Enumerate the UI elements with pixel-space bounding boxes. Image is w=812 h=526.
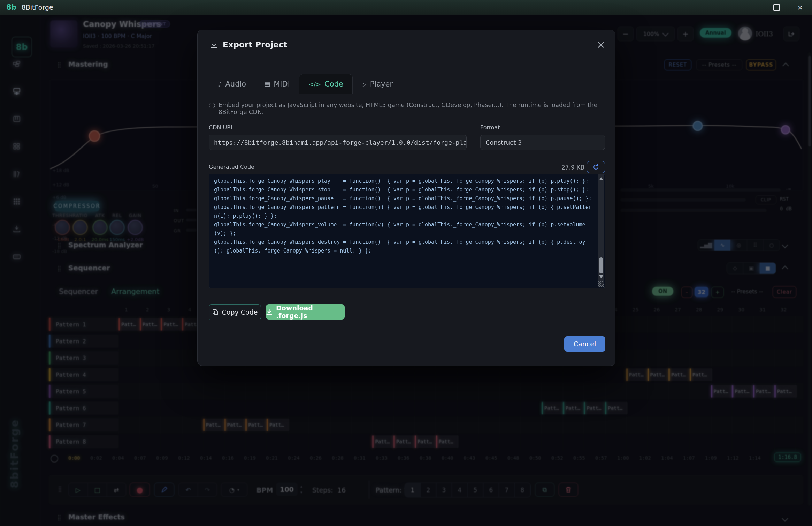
pattern-clip[interactable]: Patt… [436, 435, 459, 448]
cancel-button[interactable]: Cancel [564, 336, 605, 352]
tab-sequencer[interactable]: Sequencer [59, 287, 98, 296]
bpm-input[interactable]: 100 [276, 483, 298, 496]
clip-button[interactable]: CLIP [756, 195, 776, 204]
edit-button[interactable] [154, 483, 174, 497]
steps-value[interactable]: 16 [337, 486, 346, 494]
close-window-button[interactable]: × [788, 0, 812, 15]
knob-dial[interactable] [55, 220, 70, 235]
knob-dial[interactable] [109, 220, 125, 235]
seg-option[interactable]: ◎ [731, 240, 747, 251]
zoom-level-dropdown[interactable]: 100% [636, 27, 675, 41]
pattern-row-label[interactable]: Pattern 1 [49, 318, 118, 331]
sequencer-presets-dropdown[interactable]: -- Presets -- [731, 288, 763, 295]
code-scrollbar[interactable] [598, 174, 604, 287]
seg-option[interactable]: ∿ [714, 240, 731, 251]
mixer-slider[interactable] [620, 198, 746, 202]
tab-audio[interactable]: ♪Audio [209, 74, 255, 94]
pattern-clip[interactable]: Patt… [393, 435, 416, 448]
knob-thresh[interactable]: THRESH-18dB [52, 213, 72, 242]
spectrum-mode-switcher[interactable]: ▂▅▇∿◎⠿○ [698, 239, 780, 251]
collapse-chevron-icon[interactable] [783, 516, 787, 522]
redo-button[interactable]: ↷ [198, 483, 217, 496]
pattern-row-label[interactable]: Pattern 4 [49, 368, 118, 381]
knob-atk[interactable]: ATK20.0ms [90, 213, 110, 242]
download-forge-js-button[interactable]: Download .forge.js [266, 304, 345, 320]
knob-dial[interactable] [128, 220, 143, 235]
pattern-row-label[interactable]: Pattern 5 [49, 385, 118, 398]
tab-code[interactable]: </>Code [299, 74, 353, 94]
pattern-row-label[interactable]: Pattern 2 [49, 335, 118, 348]
knob-ratio[interactable]: RATIO2.0:1 [70, 213, 90, 242]
pattern-row-label[interactable]: Pattern 8 [49, 435, 118, 448]
pattern-clip[interactable]: Patt… [732, 385, 754, 398]
mixer-slider[interactable] [620, 209, 767, 212]
pattern-clip[interactable]: Patt… [774, 385, 797, 398]
record-button[interactable]: ● [130, 483, 150, 497]
drag-handle-icon[interactable]: ⣿ [57, 514, 62, 521]
seg-option[interactable]: ◇ [727, 263, 743, 274]
bpm-stepper[interactable]: ▴▾ [300, 483, 302, 495]
piano-icon[interactable] [12, 114, 28, 128]
knob-dial[interactable] [72, 220, 88, 235]
loop-button[interactable]: ⇄ [107, 483, 126, 496]
cdn-url-input[interactable]: https://8bitforge.8binami.app/api-forge-… [209, 135, 467, 150]
pattern-clip[interactable]: Patt… [711, 385, 734, 398]
seg-option[interactable]: ■ [760, 263, 776, 274]
tab-arrangement[interactable]: Arrangement [111, 287, 160, 296]
mixer-slider[interactable] [620, 188, 781, 192]
rst-button[interactable]: RST [780, 196, 789, 202]
zoom-out-button[interactable]: − [618, 27, 634, 41]
pattern-clip[interactable]: Patt… [648, 368, 670, 381]
tab-player[interactable]: ▷Player [353, 74, 402, 94]
on-toggle[interactable]: ON [652, 287, 673, 296]
pattern-button-5[interactable]: 5 [468, 483, 483, 497]
knob-dial[interactable] [92, 220, 108, 235]
compressor-button[interactable]: COMPRESSOR [55, 201, 99, 211]
stop-button[interactable]: □ [88, 483, 107, 496]
download-icon[interactable] [12, 225, 28, 239]
avatar[interactable] [738, 27, 752, 40]
close-icon[interactable]: × [597, 38, 605, 51]
pattern-clip[interactable]: Patt… [690, 368, 712, 381]
zoom-in-button[interactable]: + [677, 27, 694, 41]
pattern-clip[interactable]: Patt… [118, 318, 141, 331]
mastering-presets-dropdown[interactable]: -- Presets -- [696, 59, 742, 70]
pattern-clip[interactable]: Patt… [563, 402, 585, 414]
clear-button[interactable]: Clear [773, 286, 796, 298]
collapse-chevron-icon[interactable] [783, 242, 787, 249]
pattern-row-label[interactable]: Pattern 3 [49, 351, 118, 365]
pattern-clip[interactable]: Patt… [605, 402, 628, 414]
pattern-button-7[interactable]: 7 [499, 483, 515, 497]
dots-icon[interactable] [12, 197, 28, 211]
pattern-row-label[interactable]: Pattern 6 [49, 401, 118, 415]
keyboard-icon[interactable] [12, 252, 28, 266]
quantize-dropdown[interactable]: ◔ ▾ [221, 483, 247, 497]
pattern-clip[interactable]: Patt… [542, 402, 564, 414]
pattern-clip[interactable]: Patt… [224, 419, 247, 431]
drag-handle-icon[interactable]: ⣿ [58, 486, 62, 492]
drag-handle-icon[interactable]: ⣿ [57, 265, 62, 272]
pattern-button-1[interactable]: 1 [405, 483, 421, 497]
pattern-clip[interactable]: Patt… [372, 435, 395, 448]
delete-pattern-button[interactable] [559, 483, 578, 497]
drag-handle-icon[interactable]: ⣿ [57, 61, 62, 68]
reset-button[interactable]: RESET [664, 59, 691, 70]
app-scrollbar[interactable] [808, 52, 811, 506]
collapse-chevron-icon[interactable] [783, 63, 788, 69]
knob-gain[interactable]: GAIN+2.0dB [125, 213, 145, 242]
pattern-clip[interactable]: Patt… [626, 368, 649, 381]
grid-icon[interactable] [12, 142, 28, 156]
pattern-clip[interactable]: Patt… [668, 368, 691, 381]
seg-option[interactable]: ▂▅▇ [698, 240, 714, 251]
blocks-icon[interactable] [12, 59, 28, 73]
pattern-button-8[interactable]: 8 [515, 483, 530, 497]
export-icon[interactable] [783, 27, 799, 41]
generated-code-textarea[interactable]: globalThis.forge_Canopy_Whispers_play = … [209, 174, 605, 288]
drag-handle-icon[interactable]: ⣿ [57, 242, 62, 249]
seg-option[interactable]: ▣ [743, 263, 760, 274]
knob-rel[interactable]: REL150ms [107, 213, 127, 242]
length-decrease-button[interactable]: - [681, 287, 692, 298]
pattern-row-label[interactable]: Pattern 7 [49, 418, 118, 431]
timeline-ruler[interactable]: 0:000:020:040:070:090:120:140:160:190:21… [0, 455, 812, 463]
library-icon[interactable] [12, 170, 28, 183]
